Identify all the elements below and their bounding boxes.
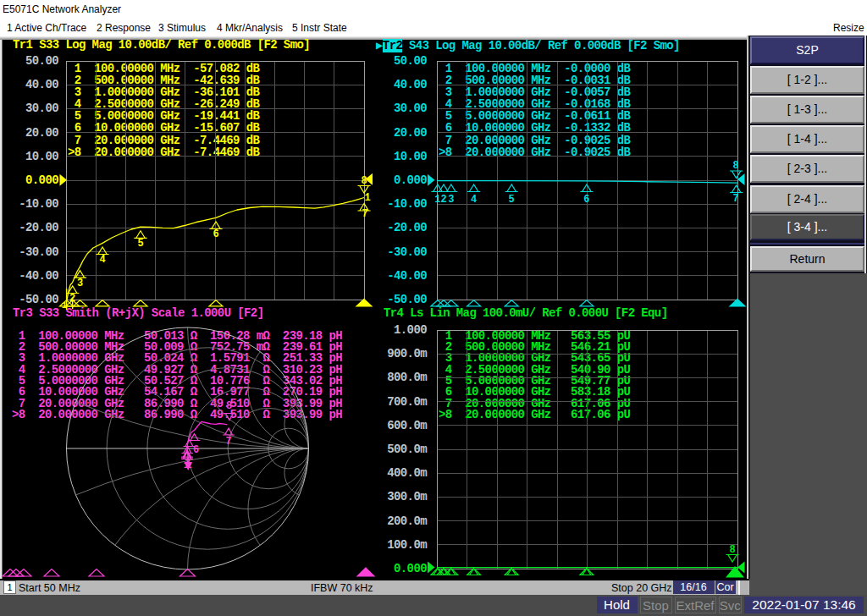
- svg-text:5: 5: [509, 194, 515, 206]
- svg-text:4: 4: [471, 194, 477, 206]
- svg-text:2: 2: [441, 577, 447, 587]
- svg-text:4: 4: [99, 254, 105, 266]
- svg-text:4: 4: [471, 577, 477, 587]
- svg-text:5: 5: [137, 238, 143, 250]
- svg-text:2: 2: [440, 194, 446, 206]
- svg-text:8: 8: [732, 160, 738, 172]
- svg-text:3: 3: [448, 194, 454, 206]
- svg-text:1: 1: [435, 577, 441, 587]
- svg-text:6: 6: [193, 444, 199, 456]
- svg-text:6: 6: [213, 228, 218, 240]
- svg-text:8: 8: [226, 400, 232, 412]
- svg-text:7: 7: [732, 193, 738, 205]
- svg-text:1: 1: [364, 192, 370, 204]
- svg-text:7: 7: [225, 436, 231, 448]
- svg-text:3: 3: [77, 278, 83, 289]
- svg-text:7: 7: [362, 208, 367, 220]
- svg-text:5: 5: [509, 577, 515, 587]
- svg-text:6: 6: [583, 194, 589, 206]
- svg-text:3: 3: [448, 577, 454, 587]
- svg-text:6: 6: [584, 577, 590, 587]
